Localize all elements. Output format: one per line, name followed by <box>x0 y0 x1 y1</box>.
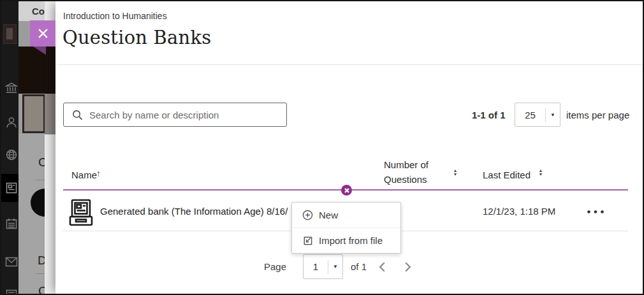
messages-icon[interactable] <box>5 255 18 269</box>
menu-item-new[interactable]: New <box>292 203 400 227</box>
screen: Co C D C Introduction to Humanities Ques… <box>0 0 644 295</box>
dimmed-text-fragment: Co <box>32 6 45 17</box>
plus-circle-icon <box>302 210 313 220</box>
row-options-button[interactable] <box>587 204 604 218</box>
close-icon <box>344 188 349 193</box>
panel-header: Introduction to Humanities Question Bank… <box>55 1 644 65</box>
sort-toggle-icon[interactable]: ▲▼ <box>452 169 458 176</box>
page-label: Page <box>264 261 286 272</box>
question-bank-icon <box>68 198 94 227</box>
course-card-image <box>22 94 45 133</box>
menu-item-import-from-file[interactable]: Import from file <box>292 228 400 253</box>
base-nav-sidebar <box>1 1 18 295</box>
results-range: 1-1 of 1 <box>472 110 506 120</box>
chevron-right-icon <box>404 261 412 273</box>
grades-icon[interactable] <box>5 181 18 195</box>
dimmed-text-fragment: C <box>38 284 45 295</box>
sort-ascending-icon[interactable]: ↑ <box>96 168 101 178</box>
calendar-icon[interactable] <box>5 217 18 231</box>
page-value: 1 <box>304 261 328 272</box>
page-select[interactable]: 1 ▼ <box>303 254 343 279</box>
menu-item-label: Import from file <box>319 235 383 246</box>
insert-menu: New Import from file <box>291 202 401 254</box>
page-size-value: 25 <box>515 110 545 120</box>
question-banks-panel: Introduction to Humanities Question Bank… <box>55 1 644 295</box>
column-header-last-edited[interactable]: Last Edited <box>483 169 531 180</box>
sort-toggle-icon[interactable]: ▲▼ <box>538 169 544 176</box>
close-panel-button[interactable] <box>30 20 55 47</box>
page-title: Question Banks <box>62 27 211 48</box>
previous-page-button[interactable] <box>374 260 390 275</box>
dimmed-text-fragment: C <box>38 155 45 169</box>
institution-logo <box>3 24 17 44</box>
search-icon <box>72 110 83 120</box>
menu-item-label: New <box>319 210 338 220</box>
chevron-left-icon <box>378 261 386 273</box>
insert-close-button[interactable] <box>341 185 352 196</box>
column-header-name[interactable]: Name <box>71 169 97 180</box>
breadcrumb: Introduction to Humanities <box>63 11 167 21</box>
bank-name-link[interactable]: Generated bank (The Information Age) 8/1… <box>100 206 291 217</box>
search-input[interactable] <box>89 110 286 120</box>
column-header-questions[interactable]: Number of Questions <box>384 157 439 187</box>
close-button-fold <box>33 47 46 55</box>
close-icon <box>38 28 48 39</box>
last-edited-value: 12/1/23, 1:18 PM <box>483 206 555 217</box>
next-page-button[interactable] <box>400 260 415 275</box>
profile-icon[interactable] <box>5 115 18 129</box>
chevron-down-icon: ▼ <box>328 264 342 270</box>
dimmed-text-fragment: D <box>38 254 45 268</box>
items-per-page-label: items per page <box>566 110 629 120</box>
search-box[interactable] <box>63 103 287 127</box>
institution-icon[interactable] <box>5 81 18 95</box>
tools-icon[interactable] <box>5 288 18 295</box>
globe-icon[interactable] <box>5 148 18 162</box>
page-size-select[interactable]: 25 ▼ <box>515 103 560 127</box>
page-of-label: of 1 <box>351 261 367 272</box>
ellipsis-icon <box>587 210 604 214</box>
import-file-icon <box>302 235 313 246</box>
chevron-down-icon: ▼ <box>546 112 560 118</box>
